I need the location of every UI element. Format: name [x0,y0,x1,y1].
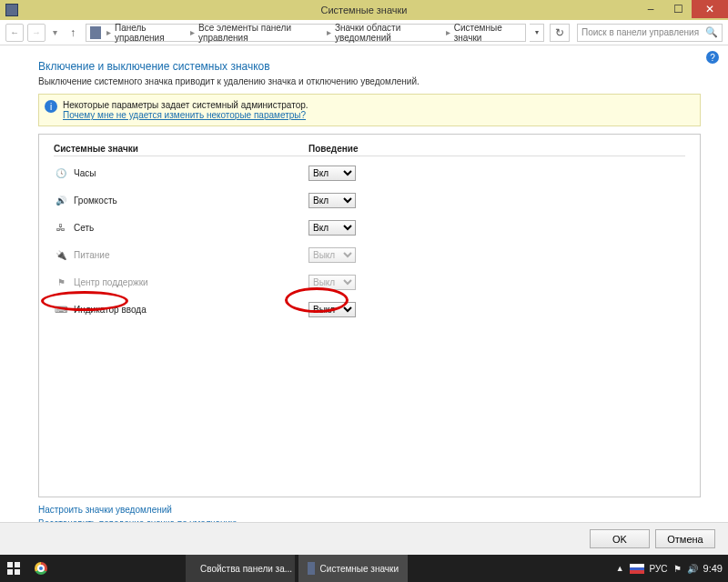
app-icon [5,4,18,16]
chrome-icon [35,562,47,575]
help-icon[interactable]: ? [706,51,719,64]
icon-row: 🔊ГромкостьВклВыкл [54,189,685,211]
taskbar: Свойства панели за... Системные значки ▲… [0,555,728,582]
taskbar-item-label: Свойства панели за... [200,564,292,574]
icon-row-label: Сеть [74,223,308,233]
banner-text: Некоторые параметры задает системный адм… [63,100,308,110]
chevron-right-icon: ▸ [105,27,113,37]
cancel-button[interactable]: Отмена [655,529,715,548]
flag-icon: ⚑ [54,276,68,288]
forward-button[interactable]: → [27,24,46,42]
customize-icons-link[interactable]: Настроить значки уведомлений [38,505,701,515]
icons-panel: Системные значки Поведение 🕓ЧасыВклВыкл🔊… [38,134,701,497]
breadcrumb[interactable]: ▸ Панель управления ▸ Все элементы панел… [86,24,526,42]
admin-info-banner: i Некоторые параметры задает системный а… [38,94,701,126]
back-button[interactable]: ← [5,24,24,42]
column-system-icons: Системные значки [54,144,308,154]
breadcrumb-item[interactable]: Значки области уведомлений [335,23,442,43]
search-input[interactable]: Поиск в панели управления 🔍 [577,24,723,42]
icon-row: ⌨Индикатор вводаВклВыкл [54,298,685,320]
recent-dropdown[interactable]: ▾ [49,24,60,42]
taskbar-item[interactable]: Системные значки [298,555,408,582]
chevron-right-icon: ▸ [188,27,197,37]
system-tray: ▲ РУС ⚑ 🔊 9:49 [616,563,728,574]
network-icon: 🖧 [54,221,68,234]
power-icon: 🔌 [54,248,68,261]
behavior-select: ВклВыкл [308,275,356,290]
tray-volume-icon[interactable]: 🔊 [687,564,698,574]
breadcrumb-item[interactable]: Все элементы панели управления [198,23,323,43]
navigation-bar: ← → ▾ ↑ ▸ Панель управления ▸ Все элемен… [0,20,728,45]
content-area: ? Включение и выключение системных значк… [0,45,728,522]
close-button[interactable]: ✕ [692,0,728,18]
search-placeholder: Поиск в панели управления [581,27,699,37]
refresh-button[interactable]: ↻ [550,24,570,42]
page-subtitle: Выключение системного значка приводит к … [38,76,701,86]
taskbar-item-icon [308,562,315,575]
ok-button[interactable]: OK [590,529,650,548]
icon-row-label: Часы [74,168,308,178]
clock-icon: 🕓 [54,166,68,179]
icon-row: 🖧СетьВклВыкл [54,216,685,238]
banner-help-link[interactable]: Почему мне не удается изменить некоторые… [63,110,693,120]
icon-row-label: Громкость [74,196,308,206]
windows-icon [7,562,20,575]
icon-row-label: Индикатор ввода [74,305,308,315]
up-button[interactable]: ↑ [64,24,82,42]
chevron-right-icon: ▸ [444,27,452,37]
page-title: Включение и выключение системных значков [38,60,701,73]
maximize-button[interactable]: ☐ [664,0,692,18]
icon-row: ⚑Центр поддержкиВклВыкл [54,271,685,293]
breadcrumb-item[interactable]: Системные значки [454,23,521,43]
taskbar-item[interactable]: Свойства панели за... [186,555,295,582]
breadcrumb-dropdown[interactable]: ▾ [530,24,544,42]
control-panel-icon [90,26,101,39]
behavior-select: ВклВыкл [308,247,356,263]
behavior-select[interactable]: ВклВыкл [308,166,356,181]
minimize-button[interactable]: – [637,0,664,18]
window-controls: – ☐ ✕ [637,0,728,18]
window-title: Системные значки [320,5,407,15]
behavior-select[interactable]: ВклВыкл [308,220,356,236]
column-behavior: Поведение [308,144,685,154]
taskbar-item-label: Системные значки [320,564,399,574]
search-icon: 🔍 [705,26,718,38]
tray-clock[interactable]: 9:49 [703,563,723,574]
tray-up-icon[interactable]: ▲ [616,564,624,573]
tray-action-center-icon[interactable]: ⚑ [673,564,682,574]
bottom-links: Настроить значки уведомлений Восстановит… [38,505,701,522]
icon-row-label: Питание [74,250,308,260]
icon-row-label: Центр поддержки [74,277,308,287]
taskbar-pinned-chrome[interactable] [27,562,55,575]
tray-flag-icon[interactable] [630,564,644,574]
keyboard-icon: ⌨ [54,303,68,316]
chevron-right-icon: ▸ [325,27,333,37]
info-icon: i [45,100,57,113]
behavior-select[interactable]: ВклВыкл [308,302,356,317]
behavior-select[interactable]: ВклВыкл [308,193,356,208]
breadcrumb-item[interactable]: Панель управления [115,23,187,43]
divider [54,156,685,156]
icon-row: 🕓ЧасыВклВыкл [54,162,685,184]
tray-language[interactable]: РУС [650,564,668,574]
start-button[interactable] [0,562,27,575]
icon-row: 🔌ПитаниеВклВыкл [54,244,685,266]
dialog-button-bar: OK Отмена [0,522,728,555]
window-titlebar: Системные значки – ☐ ✕ [0,0,728,20]
column-headers: Системные значки Поведение [54,144,685,154]
volume-icon: 🔊 [54,194,68,206]
